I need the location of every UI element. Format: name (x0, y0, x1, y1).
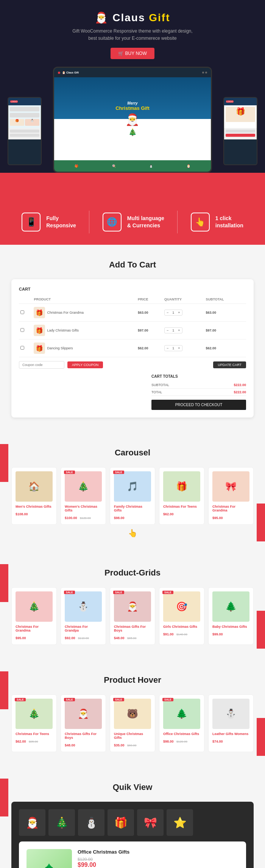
product-badge: SALE (113, 591, 124, 594)
product-badge: SALE (113, 471, 124, 474)
product-card[interactable]: SALE 🎅 Christmas Gifts For Boys $48.00 (61, 694, 106, 752)
oneclick-icon: 👆 (191, 213, 210, 231)
feature-multilang: 🌐 Multi language& Currencies (103, 213, 164, 231)
feature-oneclick: 👆 1 clickinstallation (191, 213, 243, 231)
product-badge: SALE (64, 591, 75, 594)
grids-section: Product-Grids 🎄 Christmas For Grandma $9… (0, 553, 265, 660)
quickview-bg-products: 🎅🎄⛄🎁🎀⭐ (19, 809, 246, 836)
product-pricing: $95.00 (16, 634, 53, 641)
qty-plus[interactable]: + (176, 310, 182, 315)
product-price: $48.00 (65, 743, 75, 747)
product-price-old: $85.00 (29, 740, 38, 743)
qty-minus[interactable]: − (165, 346, 170, 351)
buy-now-button[interactable]: 🛒 BUY NOW (111, 48, 154, 59)
col-checkbox (19, 295, 32, 304)
product-pricing: $98.00 (114, 514, 151, 521)
qty-value: 1 (170, 328, 176, 333)
row-qty: − 1 + (163, 339, 204, 357)
product-card[interactable]: SALE 🎯 Girls Christmas Gifts $91.00 $140… (159, 587, 204, 645)
row-checkbox[interactable] (19, 322, 32, 339)
accent-right-hover (257, 718, 265, 756)
modal-product-emoji: 🌲 (40, 863, 59, 868)
product-card[interactable]: SALE 🎅 Christmas Gifts For Boys $48.00 $… (110, 587, 155, 645)
feature-oneclick-label: 1 clickinstallation (215, 215, 243, 230)
product-card[interactable]: ⛄ Leather Gifts Womens $74.00 (208, 694, 254, 752)
product-price: $91.00 (163, 632, 174, 636)
responsive-icon: 📱 (22, 213, 41, 231)
cart-section: Add To Cart CART PRODUCT PRICE QUANTITY … (0, 245, 265, 433)
modal-product-info: Office Christmas Gifts $120.00 $99.00 Nu… (78, 849, 238, 868)
quickview-thumb[interactable]: 🎁 (108, 809, 134, 836)
feature-divider-2 (177, 211, 178, 233)
row-product: 🎁 Lady Christmas Gifts (32, 322, 136, 339)
product-name: Office Christmas Gifts (163, 732, 200, 736)
product-name: Men's Christmas Gifts (16, 505, 53, 508)
product-card[interactable]: SALE 🌲 Office Christmas Gifts $98.00 $12… (159, 694, 204, 752)
product-card[interactable]: SALE ⛄ Christmas For Grandpa $92.00 $110… (61, 587, 106, 645)
update-cart-button[interactable]: UPDATE CART (213, 361, 246, 368)
main-mockup: 🎅 Claus Gift Merry Christmas Gift 🎅 🎄 🎁 … (53, 67, 212, 173)
product-name: Unique Christmas Gifts (114, 732, 151, 740)
quickview-thumb[interactable]: ⭐ (167, 809, 193, 836)
product-card[interactable]: SALE 🎄 Christmas For Teens $62.00 $85.00 (11, 694, 57, 752)
quickview-bg: 🎅🎄⛄🎁🎀⭐ 🌲 Office Christmas Gifts $120.00 … (11, 802, 254, 868)
product-price: $48.00 (114, 636, 125, 640)
row-qty: − 1 + (163, 304, 204, 322)
product-price: $100.00 (65, 516, 77, 520)
product-card[interactable]: SALE 🎵 Family Christmas Gifts $98.00 (110, 467, 155, 525)
hero-tagline: Gift WooCommerce Responsive theme with e… (8, 28, 257, 42)
product-card[interactable]: SALE 🐻 Unique Christmas Gifts $35.00 $60… (110, 694, 155, 752)
product-price: $92.00 (65, 636, 75, 640)
row-price: $62.00 (136, 339, 163, 357)
cart-table: PRODUCT PRICE QUANTITY SUBTOTAL 🎁 Christ… (19, 295, 246, 357)
coupon-input[interactable] (19, 361, 64, 369)
checkout-button[interactable]: PROCEED TO CHECKOUT (151, 400, 246, 410)
product-card[interactable]: 🌲 Baby Christmas Gifts $99.00 (208, 587, 254, 645)
product-name: Christmas For Teens (163, 505, 200, 508)
product-pricing: $48.00 $65.00 (114, 634, 151, 641)
modal-product-image: 🌲 (26, 849, 72, 868)
product-image: 🌲 (212, 591, 249, 622)
product-card[interactable]: SALE 🎄 Women's Christmas Gifts $100.00 $… (61, 467, 106, 525)
row-subtotal: $63.00 (204, 304, 246, 322)
product-image: ⛄ (212, 699, 249, 729)
product-name: Family Christmas Gifts (114, 505, 151, 512)
qty-plus[interactable]: + (176, 328, 182, 333)
col-quantity: QUANTITY (163, 295, 204, 304)
product-card[interactable]: 🏠 Men's Christmas Gifts $108.00 (11, 467, 57, 525)
qty-minus[interactable]: − (165, 328, 170, 333)
row-checkbox[interactable] (19, 304, 32, 322)
accent-left-hover (0, 671, 8, 709)
row-qty: − 1 + (163, 322, 204, 339)
qty-minus[interactable]: − (165, 310, 170, 315)
product-name: Christmas For Grandma (47, 311, 84, 314)
qty-control[interactable]: − 1 + (164, 327, 182, 333)
product-pricing: $62.00 (163, 510, 200, 517)
carousel-section: Carousel 🏠 Men's Christmas Gifts $108.00… (0, 433, 265, 553)
product-name: Christmas For Teens (16, 732, 53, 736)
product-thumbnail: 🎁 (34, 343, 45, 354)
product-name: Girls Christmas Gifts (163, 625, 200, 629)
hover-section: Product Hover SALE 🎄 Christmas For Teens… (0, 660, 265, 767)
product-price: $95.00 (16, 636, 26, 640)
product-price-old: $120.00 (80, 516, 91, 520)
quickview-thumb[interactable]: 🎄 (48, 809, 75, 836)
coupon-row: APPLY COUPON UPDATE CART (19, 361, 246, 369)
quickview-thumb[interactable]: 🎅 (19, 809, 45, 836)
qty-control[interactable]: − 1 + (164, 345, 182, 351)
product-card[interactable]: 🎁 Christmas For Teens $62.00 (159, 467, 204, 525)
product-card[interactable]: 🎀 Christmas For Grandma $95.00 (208, 467, 254, 525)
quickview-thumb[interactable]: ⛄ (78, 809, 104, 836)
product-image: 🎄 (16, 699, 53, 729)
row-price: $63.00 (136, 304, 163, 322)
row-subtotal: $97.00 (204, 322, 246, 339)
qty-control[interactable]: − 1 + (164, 310, 182, 316)
row-checkbox[interactable] (19, 339, 32, 357)
product-price: $74.00 (212, 740, 223, 743)
apply-coupon-button[interactable]: APPLY COUPON (67, 361, 103, 368)
quickview-thumb[interactable]: 🎀 (137, 809, 164, 836)
product-card[interactable]: 🎄 Christmas For Grandma $95.00 (11, 587, 57, 645)
qty-plus[interactable]: + (176, 346, 182, 351)
cart-totals: CART TOTALS SUBTOTAL $222.00 TOTAL $222.… (151, 374, 246, 410)
product-badge: SALE (64, 471, 75, 474)
